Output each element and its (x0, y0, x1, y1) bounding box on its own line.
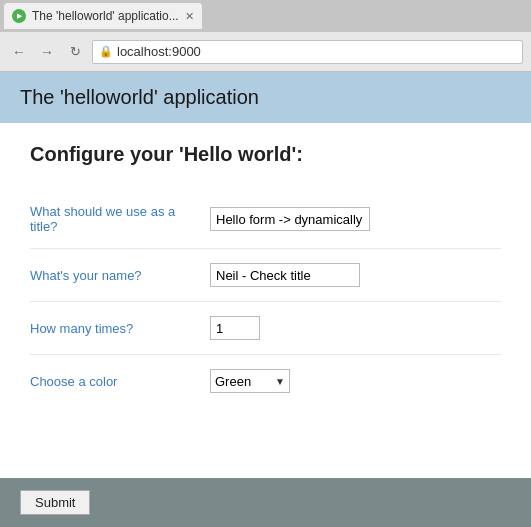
label-times: How many times? (30, 302, 210, 355)
form-row-title: What should we use as a title? (30, 190, 501, 249)
input-cell-color: Green Red Blue Yellow ▼ (210, 355, 501, 408)
forward-button[interactable]: → (36, 41, 58, 63)
input-cell-times (210, 302, 501, 355)
form-row-name: What's your name? (30, 249, 501, 302)
input-cell-name (210, 249, 501, 302)
address-bar[interactable]: 🔒 localhost:9000 (92, 40, 523, 64)
address-text: localhost:9000 (117, 44, 201, 59)
app-title: The 'helloworld' application (20, 86, 511, 109)
tab-close-icon[interactable]: ✕ (185, 10, 194, 23)
browser-chrome: The 'helloworld' applicatio... ✕ ← → ↻ 🔒… (0, 0, 531, 72)
tab-bar: The 'helloworld' applicatio... ✕ (0, 0, 531, 32)
back-button[interactable]: ← (8, 41, 30, 63)
lock-icon: 🔒 (99, 45, 113, 58)
form-row-times: How many times? (30, 302, 501, 355)
section-title: Configure your 'Hello world': (30, 143, 501, 166)
name-input[interactable] (210, 263, 360, 287)
form-row-color: Choose a color Green Red Blue Yellow ▼ (30, 355, 501, 408)
title-input[interactable] (210, 207, 370, 231)
times-input[interactable] (210, 316, 260, 340)
label-title: What should we use as a title? (30, 190, 210, 249)
nav-bar: ← → ↻ 🔒 localhost:9000 (0, 32, 531, 72)
label-name: What's your name? (30, 249, 210, 302)
label-color: Choose a color (30, 355, 210, 408)
page-content: Configure your 'Hello world': What shoul… (0, 123, 531, 427)
form-table: What should we use as a title? What's yo… (30, 190, 501, 407)
color-select-wrapper: Green Red Blue Yellow ▼ (210, 369, 290, 393)
refresh-button[interactable]: ↻ (64, 41, 86, 63)
tab-favicon (12, 9, 26, 23)
submit-button[interactable]: Submit (20, 490, 90, 515)
select-arrow-icon: ▼ (271, 376, 289, 387)
page-header: The 'helloworld' application (0, 72, 531, 123)
input-cell-title (210, 190, 501, 249)
browser-tab[interactable]: The 'helloworld' applicatio... ✕ (4, 3, 202, 29)
color-select[interactable]: Green Red Blue Yellow (211, 374, 271, 389)
tab-title: The 'helloworld' applicatio... (32, 9, 179, 23)
page-footer: Submit (0, 478, 531, 527)
